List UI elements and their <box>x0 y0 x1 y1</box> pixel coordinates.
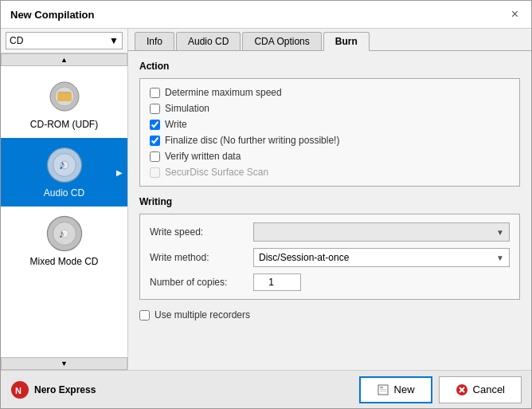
dialog-title: New Compilation <box>10 9 94 21</box>
title-bar: New Compilation × <box>1 1 531 29</box>
svg-text:♪: ♪ <box>58 227 64 240</box>
new-button-label: New <box>394 383 415 395</box>
num-copies-control <box>253 273 510 291</box>
sidebar-list: CD-ROM (UDF) ♪ Audio CD <box>1 66 127 357</box>
mixed-mode-cd-label: Mixed Mode CD <box>29 256 98 267</box>
write-speed-arrow: ▼ <box>496 228 504 237</box>
cdrom-udf-label: CD-ROM (UDF) <box>30 119 98 130</box>
write-speed-control: ▼ <box>253 222 510 242</box>
checkbox-use-multiple[interactable] <box>139 310 150 321</box>
audio-cd-label: Audio CD <box>44 187 84 199</box>
checkbox-row-verify: Verify written data <box>150 151 510 162</box>
audio-cd-icon: ♪ <box>45 146 84 184</box>
checkbox-securedisc[interactable] <box>150 167 160 178</box>
label-simulation: Simulation <box>165 103 209 114</box>
svg-rect-4 <box>57 93 72 101</box>
tab-audio-cd[interactable]: Audio CD <box>176 32 241 50</box>
checkbox-verify[interactable] <box>150 151 160 162</box>
footer-buttons: New Cancel <box>359 376 522 403</box>
label-write: Write <box>165 119 187 130</box>
tabs: Info Audio CD CDA Options Burn <box>128 29 531 51</box>
checkbox-simulation[interactable] <box>150 104 160 114</box>
writing-section-title: Writing <box>139 196 520 207</box>
mixed-mode-icon: ♪ <box>45 214 84 253</box>
cd-type-dropdown[interactable]: CD ▼ <box>6 32 123 49</box>
form-row-write-method: Write method: Disc/Session-at-once ▼ <box>150 248 510 267</box>
label-max-speed: Determine maximum speed <box>165 87 282 98</box>
new-button[interactable]: New <box>359 376 432 403</box>
svg-text:N: N <box>15 386 22 395</box>
cancel-button[interactable]: Cancel <box>439 376 522 403</box>
sidebar-item-mixed-mode-cd[interactable]: ♪ Mixed Mode CD <box>1 206 127 275</box>
sidebar-item-cdrom-udf[interactable]: CD-ROM (UDF) <box>1 69 127 138</box>
form-row-write-speed: Write speed: ▼ <box>150 222 510 242</box>
label-use-multiple: Use multiple recorders <box>155 309 250 321</box>
dialog-new-compilation: New Compilation × CD ▼ ▲ <box>0 0 532 409</box>
checkbox-finalize[interactable] <box>150 136 160 146</box>
checkbox-write[interactable] <box>150 120 160 130</box>
action-section-title: Action <box>139 61 520 72</box>
checkbox-row-write: Write <box>150 119 510 130</box>
write-method-select[interactable]: Disc/Session-at-once ▼ <box>253 248 510 267</box>
write-method-label: Write method: <box>150 252 253 263</box>
burn-tab-content: Action Determine maximum speed Simulatio… <box>128 51 531 370</box>
checkbox-max-speed[interactable] <box>150 88 160 98</box>
cd-type-label: CD <box>10 35 23 46</box>
num-copies-input[interactable] <box>253 273 301 291</box>
checkbox-row-securedisc: SecurDisc Surface Scan <box>150 167 510 178</box>
cancel-icon <box>456 383 468 396</box>
checkbox-row-max-speed: Determine maximum speed <box>150 87 510 98</box>
new-icon <box>377 383 389 396</box>
num-copies-label: Number of copies: <box>150 277 253 288</box>
dropdown-arrow: ▼ <box>109 35 119 46</box>
sidebar-item-audio-cd[interactable]: ♪ Audio CD <box>1 138 127 206</box>
label-finalize: Finalize disc (No further writing possib… <box>165 135 339 146</box>
use-multiple-row: Use multiple recorders <box>139 309 520 321</box>
svg-rect-17 <box>380 389 386 390</box>
checkbox-row-finalize: Finalize disc (No further writing possib… <box>150 135 510 146</box>
brand-label: Nero Express <box>34 384 96 395</box>
checkbox-row-simulation: Simulation <box>150 103 510 114</box>
nero-logo-icon: N <box>10 380 29 399</box>
footer-brand-area: N Nero Express <box>10 380 96 399</box>
cancel-button-label: Cancel <box>473 383 505 395</box>
right-panel: Info Audio CD CDA Options Burn Action <box>128 29 531 370</box>
tab-burn[interactable]: Burn <box>323 32 370 51</box>
svg-text:♪: ♪ <box>58 157 65 172</box>
sidebar: CD ▼ ▲ <box>1 29 128 370</box>
write-speed-select[interactable]: ▼ <box>253 222 510 242</box>
tab-cda-options[interactable]: CDA Options <box>242 32 321 50</box>
label-verify: Verify written data <box>165 151 241 162</box>
write-method-control: Disc/Session-at-once ▼ <box>253 248 510 267</box>
form-row-num-copies: Number of copies: <box>150 273 510 291</box>
cdrom-udf-icon <box>45 77 84 116</box>
action-section: Determine maximum speed Simulation Write… <box>139 78 520 187</box>
close-button[interactable]: × <box>508 7 522 22</box>
write-speed-label: Write speed: <box>150 226 253 238</box>
writing-section: Write speed: ▼ Write method: <box>139 214 520 300</box>
label-securedisc: SecurDisc Surface Scan <box>165 167 268 178</box>
sidebar-top: CD ▼ <box>1 29 127 53</box>
write-method-arrow: ▼ <box>496 254 504 262</box>
svg-rect-16 <box>380 387 383 388</box>
sidebar-scroll-up[interactable]: ▲ <box>1 53 127 66</box>
content-area: CD ▼ ▲ <box>1 29 531 370</box>
sidebar-scroll-down[interactable]: ▼ <box>1 357 127 370</box>
svg-rect-18 <box>380 391 386 391</box>
write-method-value: Disc/Session-at-once <box>259 252 349 263</box>
tab-info[interactable]: Info <box>135 32 174 50</box>
footer: N Nero Express New Cancel <box>1 370 531 408</box>
